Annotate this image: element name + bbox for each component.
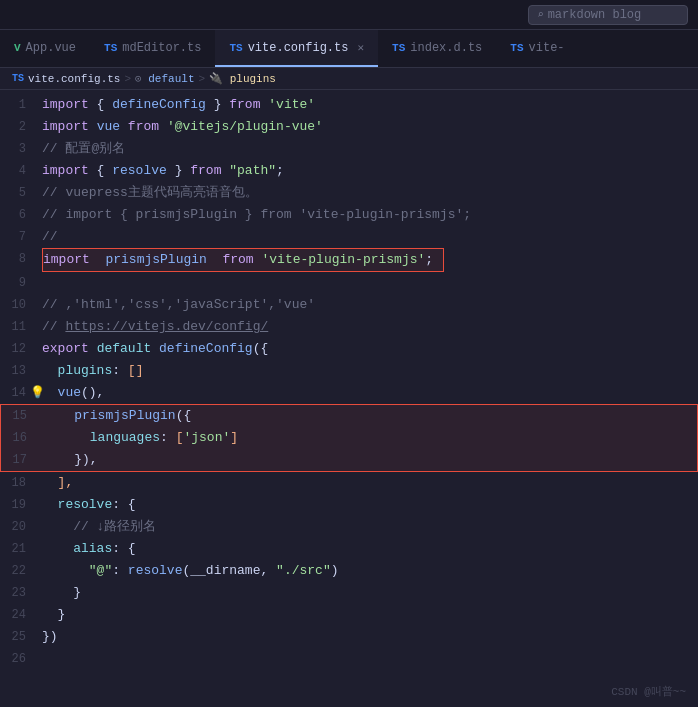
line-content: vue(),	[42, 382, 698, 404]
line-content: // vuepress主题代码高亮语音包。	[42, 182, 698, 204]
line-number: 17	[1, 449, 43, 471]
highlight-box-15-17: 15 prismjsPlugin({16 languages: ['json']…	[0, 404, 698, 472]
ts-badge: TS	[229, 42, 242, 54]
code-editor: 1import { defineConfig } from 'vite'2imp…	[0, 90, 698, 701]
tab-label: vite-	[529, 41, 565, 55]
code-line: 1import { defineConfig } from 'vite'	[0, 94, 698, 116]
line-content: alias: {	[42, 538, 698, 560]
tab-vite-more[interactable]: TS vite-	[496, 30, 578, 67]
line-content: import vue from '@vitejs/plugin-vue'	[42, 116, 698, 138]
line-content: // import { prismjsPlugin } from 'vite-p…	[42, 204, 698, 226]
code-line: 25})	[0, 626, 698, 648]
line-number: 21	[0, 538, 42, 560]
code-line: 13 plugins: []	[0, 360, 698, 382]
line-content: })	[42, 626, 698, 648]
ts-badge: TS	[104, 42, 117, 54]
line-number: 15	[1, 405, 43, 427]
code-line: 11// https://vitejs.dev/config/	[0, 316, 698, 338]
line-number: 9	[0, 272, 42, 294]
line-number: 11	[0, 316, 42, 338]
line-number: 24	[0, 604, 42, 626]
watermark: CSDN @叫普~~	[611, 684, 686, 699]
code-line: 24 }	[0, 604, 698, 626]
tab-label: vite.config.ts	[248, 41, 349, 55]
line-content: ],	[42, 472, 698, 494]
code-line: 18 ],	[0, 472, 698, 494]
breadcrumb: TS vite.config.ts > ⊙ default > 🔌 plugin…	[0, 68, 698, 90]
line-content: plugins: []	[42, 360, 698, 382]
vue-badge: V	[14, 42, 21, 54]
code-line: 19 resolve: {	[0, 494, 698, 516]
code-line: 16 languages: ['json']	[1, 427, 697, 449]
code-line: 3// 配置@别名	[0, 138, 698, 160]
line-number: 25	[0, 626, 42, 648]
editor: 1import { defineConfig } from 'vite'2imp…	[0, 90, 698, 701]
top-bar: ⌕ markdown blog	[0, 0, 698, 30]
line-content: import { resolve } from "path";	[42, 160, 698, 182]
tab-close-icon[interactable]: ✕	[357, 41, 364, 54]
line-number: 6	[0, 204, 42, 226]
breadcrumb-plugins: 🔌 plugins	[209, 72, 276, 85]
line-number: 4	[0, 160, 42, 182]
tab-mdeditor-ts[interactable]: TS mdEditor.ts	[90, 30, 215, 67]
line-content: "@": resolve(__dirname, "./src")	[42, 560, 698, 582]
search-box[interactable]: ⌕ markdown blog	[528, 5, 688, 25]
code-line: 26	[0, 648, 698, 670]
line-number: 20	[0, 516, 42, 538]
code-line: 7//	[0, 226, 698, 248]
line-number: 18	[0, 472, 42, 494]
code-line: 22 "@": resolve(__dirname, "./src")	[0, 560, 698, 582]
code-line: 23 }	[0, 582, 698, 604]
line-content: import { defineConfig } from 'vite'	[42, 94, 698, 116]
line-number: 19	[0, 494, 42, 516]
line-content: resolve: {	[42, 494, 698, 516]
ts-badge: TS	[510, 42, 523, 54]
code-line: 9	[0, 272, 698, 294]
tab-bar: V App.vue TS mdEditor.ts TS vite.config.…	[0, 30, 698, 68]
breadcrumb-default: ⊙ default	[135, 72, 194, 85]
line-content: export default defineConfig({	[42, 338, 698, 360]
line-number: 12	[0, 338, 42, 360]
code-line: 6// import { prismjsPlugin } from 'vite-…	[0, 204, 698, 226]
code-line: 5// vuepress主题代码高亮语音包。	[0, 182, 698, 204]
code-line: 14 vue(),💡	[0, 382, 698, 404]
line-number: 8	[0, 248, 42, 270]
breadcrumb-sep2: >	[198, 73, 205, 85]
line-content: //	[42, 226, 698, 248]
code-line: 12export default defineConfig({	[0, 338, 698, 360]
tab-index-d-ts[interactable]: TS index.d.ts	[378, 30, 496, 67]
search-text: markdown blog	[548, 8, 642, 22]
code-line: 15 prismjsPlugin({	[1, 405, 697, 427]
line-content: languages: ['json']	[43, 427, 697, 449]
line-number: 22	[0, 560, 42, 582]
code-line: 21 alias: {	[0, 538, 698, 560]
ts-badge: TS	[392, 42, 405, 54]
line-content: // ,'html','css','javaScript','vue'	[42, 294, 698, 316]
breadcrumb-ts-badge: TS	[12, 73, 24, 84]
code-line: 4import { resolve } from "path";	[0, 160, 698, 182]
bulb-icon: 💡	[30, 382, 45, 404]
tab-app-vue[interactable]: V App.vue	[0, 30, 90, 67]
tab-vite-config-ts[interactable]: TS vite.config.ts ✕	[215, 30, 378, 67]
tab-label: mdEditor.ts	[122, 41, 201, 55]
line-content: // ↓路径别名	[42, 516, 698, 538]
line-content: import prismjsPlugin from 'vite-plugin-p…	[43, 249, 443, 271]
line-content: }),	[43, 449, 697, 471]
line-content: }	[42, 582, 698, 604]
line-number: 26	[0, 648, 42, 670]
line-number: 13	[0, 360, 42, 382]
code-line: 8import prismjsPlugin from 'vite-plugin-…	[0, 248, 698, 272]
code-line: 2import vue from '@vitejs/plugin-vue'	[0, 116, 698, 138]
breadcrumb-sep1: >	[124, 73, 131, 85]
search-icon: ⌕	[537, 8, 544, 21]
line-number: 7	[0, 226, 42, 248]
code-line: 10// ,'html','css','javaScript','vue'	[0, 294, 698, 316]
line-content: // 配置@别名	[42, 138, 698, 160]
breadcrumb-filename: vite.config.ts	[28, 73, 120, 85]
line-number: 1	[0, 94, 42, 116]
tab-label: App.vue	[26, 41, 76, 55]
line-number: 2	[0, 116, 42, 138]
code-line: 17 }),	[1, 449, 697, 471]
highlight-box-8: import prismjsPlugin from 'vite-plugin-p…	[42, 248, 444, 272]
line-number: 23	[0, 582, 42, 604]
